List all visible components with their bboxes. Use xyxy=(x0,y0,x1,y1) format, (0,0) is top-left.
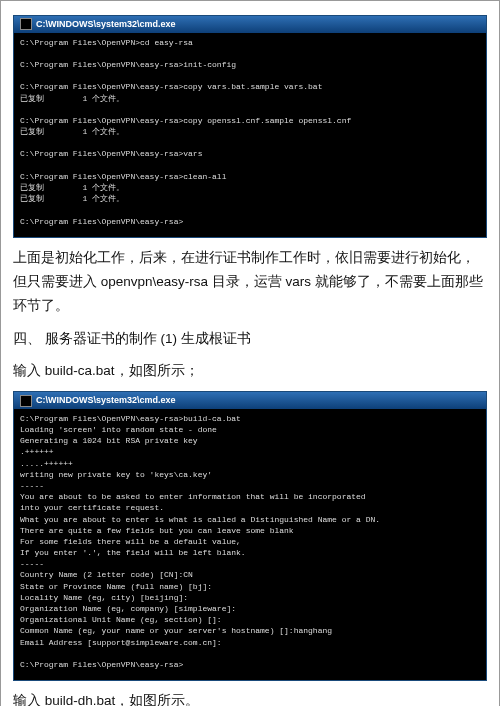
terminal-build-ca: C:\WINDOWS\system32\cmd.exe C:\Program F… xyxy=(13,391,487,681)
paragraph-init-summary: 上面是初始化工作，后来，在进行证书制作工作时，依旧需要进行初始化，但只需要进入 … xyxy=(13,246,487,319)
paragraph-build-ca-instruction: 输入 build-ca.bat，如图所示； xyxy=(13,359,487,383)
terminal-title: C:\WINDOWS\system32\cmd.exe xyxy=(36,18,176,31)
document-page: C:\WINDOWS\system32\cmd.exe C:\Program F… xyxy=(0,0,500,706)
paragraph-build-dh-instruction: 输入 build-dh.bat，如图所示。 xyxy=(13,689,487,706)
cmd-icon xyxy=(20,395,32,407)
terminal-body: C:\Program Files\OpenVPN\easy-rsa>build-… xyxy=(14,409,486,680)
terminal-titlebar: C:\WINDOWS\system32\cmd.exe xyxy=(14,16,486,33)
terminal-init-config: C:\WINDOWS\system32\cmd.exe C:\Program F… xyxy=(13,15,487,238)
terminal-body: C:\Program Files\OpenVPN>cd easy-rsa C:\… xyxy=(14,33,486,237)
paragraph-section-4-heading: 四、 服务器证书的制作 (1) 生成根证书 xyxy=(13,327,487,351)
terminal-title: C:\WINDOWS\system32\cmd.exe xyxy=(36,394,176,407)
terminal-titlebar: C:\WINDOWS\system32\cmd.exe xyxy=(14,392,486,409)
cmd-icon xyxy=(20,18,32,30)
